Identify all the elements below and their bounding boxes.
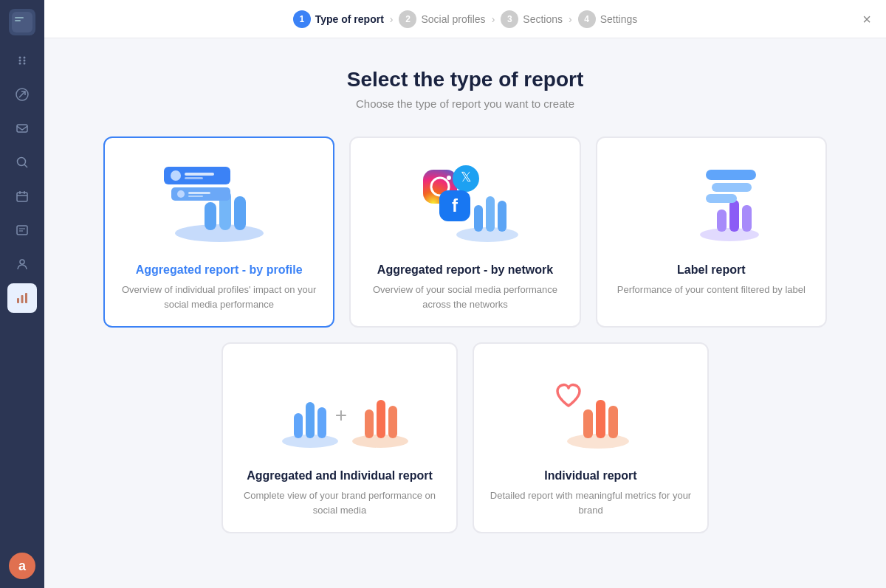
card-aggregated-individual-title: Aggregated and Individual report	[247, 469, 433, 482]
step-3[interactable]: 3 Sections	[501, 10, 563, 28]
sidebar-item-send[interactable]	[7, 80, 37, 109]
stepper: 1 Type of report › 2 Social profiles › 3…	[293, 10, 638, 28]
svg-text:𝕏: 𝕏	[460, 170, 471, 184]
card-aggregated-profile-desc: Overview of individual profiles' impact …	[120, 283, 318, 311]
sidebar-item-reports[interactable]	[7, 283, 37, 313]
card-aggregated-network[interactable]: 𝕏 f Aggregated report - by network Overv…	[349, 136, 580, 328]
svg-rect-57	[306, 402, 315, 438]
svg-point-6	[24, 60, 26, 62]
svg-rect-22	[17, 298, 19, 303]
card-aggregated-individual[interactable]: + Aggregated and Individual report Compl…	[222, 342, 458, 533]
card-aggregated-individual-image: +	[258, 362, 421, 457]
svg-rect-49	[717, 210, 727, 232]
card-individual-title: Individual report	[544, 469, 636, 482]
sidebar-item-inbox[interactable]	[7, 114, 37, 143]
svg-rect-54	[706, 194, 737, 203]
svg-rect-11	[17, 125, 27, 132]
svg-rect-51	[742, 205, 752, 232]
svg-line-13	[24, 165, 27, 167]
card-aggregated-profile[interactable]: Aggregated report - by profile Overview …	[103, 136, 334, 328]
svg-rect-62	[377, 400, 385, 438]
step-1-label: Type of report	[315, 13, 384, 25]
svg-text:+: +	[335, 404, 347, 426]
svg-point-4	[24, 57, 26, 59]
page-subtitle: Choose the type of report you want to cr…	[356, 97, 574, 110]
svg-point-7	[19, 63, 21, 65]
step-2-number: 2	[399, 10, 416, 28]
svg-rect-26	[205, 202, 216, 230]
svg-rect-36	[188, 196, 203, 197]
card-aggregated-network-desc: Overview of your social media performanc…	[365, 283, 564, 311]
step-4-number: 4	[578, 10, 596, 28]
svg-rect-18	[17, 226, 27, 235]
svg-rect-1	[15, 17, 24, 18]
svg-point-12	[18, 158, 26, 166]
card-aggregated-profile-image	[157, 156, 282, 252]
svg-rect-14	[17, 193, 27, 201]
step-2[interactable]: 2 Social profiles	[399, 10, 485, 28]
svg-point-8	[24, 63, 26, 65]
sidebar-logo	[9, 9, 35, 35]
card-label-image	[648, 156, 774, 252]
sidebar-dots-icon[interactable]	[7, 46, 37, 75]
svg-rect-61	[365, 409, 374, 438]
report-type-cards-top: Aggregated report - by profile Overview …	[103, 136, 827, 328]
svg-point-34	[177, 190, 185, 198]
step-4[interactable]: 4 Settings	[578, 10, 638, 28]
step-sep-2: ›	[492, 13, 495, 25]
sidebar-item-search[interactable]	[7, 148, 37, 177]
svg-rect-58	[317, 407, 326, 438]
sidebar-item-calendar[interactable]	[7, 181, 37, 211]
step-sep-3: ›	[569, 13, 572, 25]
card-aggregated-network-title: Aggregated report - by network	[377, 263, 553, 277]
svg-rect-35	[188, 192, 210, 194]
svg-line-10	[19, 91, 25, 97]
svg-rect-31	[185, 173, 214, 176]
svg-rect-23	[21, 295, 24, 303]
svg-rect-0	[12, 12, 32, 32]
card-label-desc: Performance of your content filtered by …	[617, 283, 806, 297]
wizard-header: 1 Type of report › 2 Social profiles › 3…	[44, 0, 886, 38]
svg-rect-56	[294, 413, 303, 438]
svg-point-21	[20, 260, 24, 264]
svg-rect-65	[583, 409, 593, 438]
step-sep-1: ›	[390, 13, 394, 25]
svg-rect-40	[498, 201, 506, 232]
svg-point-43	[447, 176, 451, 180]
svg-point-3	[19, 57, 21, 59]
svg-rect-38	[474, 205, 483, 232]
card-label-title: Label report	[677, 263, 745, 277]
svg-rect-28	[234, 196, 246, 230]
step-3-label: Sections	[523, 13, 563, 25]
svg-rect-50	[729, 200, 739, 232]
step-1[interactable]: 1 Type of report	[293, 10, 384, 28]
sidebar: a	[0, 0, 44, 588]
card-aggregated-network-image: 𝕏 f	[402, 156, 528, 252]
svg-rect-32	[185, 177, 203, 179]
svg-point-5	[19, 60, 21, 62]
svg-rect-63	[388, 406, 397, 438]
step-1-number: 1	[293, 10, 311, 28]
svg-rect-66	[596, 400, 605, 438]
card-individual[interactable]: Individual report Detailed report with m…	[473, 342, 709, 533]
sidebar-item-team[interactable]	[7, 249, 37, 279]
svg-rect-67	[608, 406, 618, 438]
svg-rect-24	[25, 293, 27, 303]
sidebar-item-tasks[interactable]	[7, 215, 37, 245]
step-4-label: Settings	[600, 13, 638, 25]
card-label[interactable]: Label report Performance of your content…	[596, 136, 827, 328]
svg-rect-39	[486, 196, 495, 232]
sidebar-bottom: a	[9, 553, 35, 579]
main-area: 1 Type of report › 2 Social profiles › 3…	[44, 0, 886, 588]
card-individual-desc: Detailed report with meaningful metrics …	[489, 488, 693, 517]
svg-point-25	[175, 224, 264, 242]
page-title: Select the type of report	[347, 68, 584, 91]
svg-point-30	[171, 170, 181, 181]
svg-text:f: f	[452, 196, 459, 215]
close-button[interactable]: ×	[862, 10, 871, 27]
card-individual-image	[524, 362, 657, 457]
svg-rect-2	[15, 20, 21, 21]
step-3-number: 3	[501, 10, 518, 28]
report-type-cards-bottom: + Aggregated and Individual report Compl…	[222, 342, 709, 533]
user-avatar[interactable]: a	[9, 553, 35, 579]
